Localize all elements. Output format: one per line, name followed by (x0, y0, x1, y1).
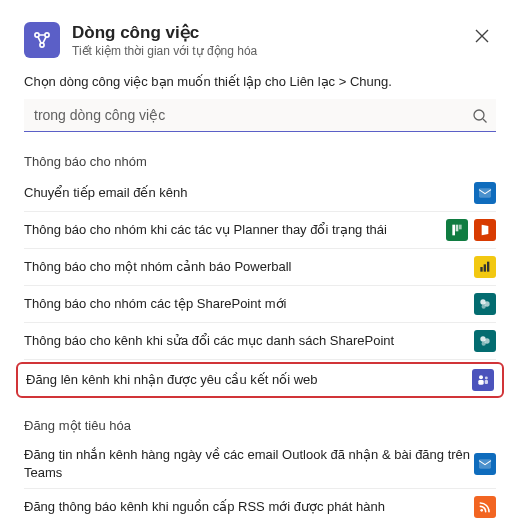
section-heading: Đăng một tiêu hóa (24, 418, 496, 433)
svg-point-19 (485, 377, 488, 380)
workflow-row[interactable]: Đăng tin nhắn kênh hàng ngày về các emai… (24, 439, 496, 489)
workflow-icons (474, 256, 496, 278)
modal-title: Dòng công việc (72, 22, 456, 43)
svg-point-13 (482, 305, 486, 309)
workflow-icons (446, 219, 496, 241)
svg-rect-10 (487, 262, 489, 272)
outlook-icon (474, 453, 496, 475)
header-text: Dòng công việc Tiết kiệm thời gian với t… (72, 22, 456, 58)
svg-rect-4 (479, 188, 491, 197)
planner-icon (446, 219, 468, 241)
teams-icon (472, 369, 494, 391)
modal-header: Dòng công việc Tiết kiệm thời gian với t… (24, 22, 496, 58)
workflow-label: Thông báo cho nhóm các tệp SharePoint mớ… (24, 295, 474, 313)
svg-rect-5 (452, 225, 455, 236)
section-heading: Thông báo cho nhóm (24, 154, 496, 169)
workflow-label: Thông báo cho kênh khi sửa đổi các mục d… (24, 332, 474, 350)
office-icon (474, 219, 496, 241)
workflow-row[interactable]: Đăng lên kênh khi nhận được yêu cầu kết … (16, 362, 504, 398)
svg-rect-9 (484, 264, 486, 271)
rss-icon (474, 496, 496, 518)
svg-point-17 (479, 375, 483, 379)
modal-subtitle: Tiết kiệm thời gian với tự động hóa (72, 44, 456, 58)
svg-rect-7 (459, 225, 462, 230)
workflow-row[interactable]: Thông báo cho nhóm khi các tác vụ Planne… (24, 212, 496, 249)
workflow-row[interactable]: Đăng thông báo kênh khi nguồn cấp RSS mớ… (24, 489, 496, 522)
sharepoint-icon (474, 293, 496, 315)
workflow-label: Đăng thông báo kênh khi nguồn cấp RSS mớ… (24, 498, 474, 516)
workflow-icons (474, 453, 496, 475)
svg-rect-18 (478, 380, 483, 385)
svg-rect-20 (485, 380, 488, 384)
workflow-icons (472, 369, 494, 391)
svg-point-22 (480, 509, 483, 512)
prompt-text: Chọn dòng công việc bạn muốn thiết lập c… (24, 74, 496, 89)
workflow-label: Đăng lên kênh khi nhận được yêu cầu kết … (26, 371, 472, 389)
workflow-row[interactable]: Thông báo cho kênh khi sửa đổi các mục d… (24, 323, 496, 360)
outlook-icon (474, 182, 496, 204)
svg-point-16 (482, 342, 486, 346)
workflow-icons (474, 182, 496, 204)
svg-rect-6 (456, 225, 459, 232)
workflows-modal: Dòng công việc Tiết kiệm thời gian với t… (0, 0, 520, 522)
sharepoint-icon (474, 330, 496, 352)
search-input[interactable] (24, 99, 496, 132)
workflow-label: Đăng tin nhắn kênh hàng ngày về các emai… (24, 446, 474, 481)
powerbi-icon (474, 256, 496, 278)
workflow-label: Thông báo cho nhóm khi các tác vụ Planne… (24, 221, 446, 239)
workflow-row[interactable]: Chuyển tiếp email đến kênh (24, 175, 496, 212)
workflow-row[interactable]: Thông báo cho nhóm các tệp SharePoint mớ… (24, 286, 496, 323)
workflow-icon (24, 22, 60, 58)
close-icon (475, 29, 489, 43)
workflow-sections: Thông báo cho nhómChuyển tiếp email đến … (24, 154, 496, 522)
svg-rect-21 (479, 459, 491, 468)
search-container (24, 99, 496, 132)
close-button[interactable] (468, 22, 496, 50)
workflow-label: Chuyển tiếp email đến kênh (24, 184, 474, 202)
svg-rect-8 (480, 267, 482, 272)
workflow-icons (474, 293, 496, 315)
workflow-icons (474, 330, 496, 352)
workflow-label: Thông báo cho một nhóm cảnh báo Powerbal… (24, 258, 474, 276)
workflow-icons (474, 496, 496, 518)
workflow-row[interactable]: Thông báo cho một nhóm cảnh báo Powerbal… (24, 249, 496, 286)
